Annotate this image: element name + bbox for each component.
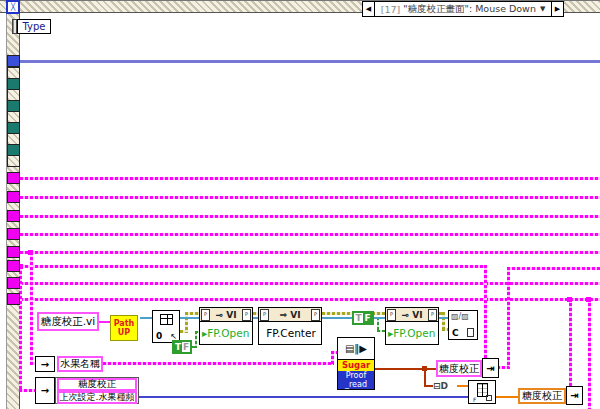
page-icon	[467, 328, 474, 337]
wire-cluster-h1[interactable]	[20, 177, 600, 180]
sugar-calibration-string-indicator[interactable]: 糖度校正	[436, 360, 482, 377]
conversion-icon-top: ▨/▨	[451, 312, 469, 321]
case-title: "糖度校正畫面": Mouse Down	[403, 3, 536, 16]
index-input-square	[486, 395, 492, 401]
property-node-fp-open-2[interactable]: P ⊸ VI P ▸FP.Open	[385, 307, 439, 345]
subvi-label-sugar: Sugar	[338, 360, 374, 371]
boolean-true-constant[interactable]: T F	[172, 340, 192, 354]
property-item-fp-open[interactable]: ▸FP.Open	[386, 322, 438, 344]
wire-int-out[interactable]	[138, 396, 468, 398]
sugar-proof-read-subvi[interactable]: ▤‖▶ Sugar Proof _read	[337, 337, 375, 390]
path-conversion-node[interactable]: ▨/▨ C	[448, 310, 478, 340]
tunnel-string[interactable]	[7, 277, 20, 289]
wire-junction	[28, 250, 33, 255]
tunnel-string[interactable]	[7, 210, 20, 222]
cluster-item-last-fruit-type[interactable]: 上次設定.水果種頻	[57, 391, 137, 404]
sugar-calibration-numeric-indicator[interactable]: 糖度校正	[518, 388, 566, 404]
wire-cluster-h6[interactable]	[20, 265, 485, 268]
array-constant[interactable]: ⊟D	[433, 380, 457, 392]
array-function-node[interactable]: F	[468, 380, 496, 404]
true-cell: T	[174, 342, 182, 352]
wire-cluster-h5[interactable]	[20, 251, 600, 254]
open-vi-reference-node[interactable]: 0 ↖	[152, 310, 180, 343]
conversion-c-label: C	[452, 328, 459, 338]
wire-cluster-h3[interactable]	[20, 215, 600, 218]
method-item-fp-center[interactable]: FP.Center	[259, 322, 321, 344]
wire-event-blue[interactable]	[20, 60, 600, 63]
cluster-terminal[interactable]: 糖度校正 上次設定.水果種頻	[55, 377, 139, 404]
cluster-item-sugar-calibration[interactable]: 糖度校正	[57, 378, 137, 391]
tunnel-string[interactable]	[7, 260, 20, 272]
sugar-calibration-numeric-indicator-arrow[interactable]: ⇥	[566, 386, 583, 405]
path-up-label-2: UP	[118, 328, 130, 337]
tunnel-string[interactable]	[7, 293, 20, 305]
fruit-name-terminal-arrow[interactable]: →	[35, 356, 55, 372]
wire-bool-false-3[interactable]	[377, 330, 385, 332]
tunnel-string[interactable]	[7, 246, 20, 258]
wire-cluster-h7[interactable]	[507, 267, 600, 270]
wire-cluster-h9[interactable]	[20, 298, 600, 301]
boolean-false-constant[interactable]: T F	[352, 311, 374, 325]
fruit-name-terminal[interactable]: 水果名稱	[57, 356, 103, 372]
case-label[interactable]: [17] "糖度校正畫面": Mouse Down ▼	[374, 2, 552, 16]
path-up-node[interactable]: Path UP	[110, 315, 138, 341]
refnum-out-icon: P	[311, 309, 320, 321]
case-number: [17]	[381, 4, 401, 15]
property-node-fp-open-1[interactable]: P ⊸ VI P ▸FP.Open	[199, 307, 253, 345]
tunnel-string[interactable]	[7, 191, 20, 203]
wire-cluster-v-left1[interactable]	[30, 252, 33, 364]
front-panel-grid-icon	[160, 314, 173, 325]
wire-junction	[586, 297, 591, 302]
tunnel-string[interactable]	[7, 228, 20, 240]
wire-array-node-out[interactable]	[496, 396, 518, 398]
event-data-node-type[interactable]: Type	[17, 19, 51, 34]
wire-array-const-out[interactable]	[457, 385, 468, 387]
false-cell: F	[363, 313, 372, 323]
subvi-label-read: _read	[345, 380, 367, 389]
invoke-node-fp-center[interactable]: P ⇒ VI P FP.Center	[258, 307, 322, 345]
property-node-symbol: ⊸ VI	[216, 310, 237, 320]
wire-cluster-v-right4[interactable]	[588, 298, 591, 409]
wire-refnum-2[interactable]	[185, 312, 188, 333]
ref-index-label: 0	[156, 331, 162, 341]
array-node-mode-glyph: F	[473, 396, 476, 403]
cluster-terminal-arrow[interactable]: →	[35, 377, 55, 404]
wire-into-cluster-terminal[interactable]	[19, 389, 36, 392]
next-case-button[interactable]: ▶	[552, 2, 563, 16]
sugar-calibration-string-indicator-arrow[interactable]: ⇥	[482, 358, 499, 378]
path-up-label-1: Path	[114, 319, 135, 328]
wire-cluster-h2[interactable]	[20, 196, 600, 199]
labview-block-diagram: ╳ ◀ [17] "糖度校正畫面": Mouse Down ▼ ▶ Type	[0, 0, 600, 409]
wire-junction	[422, 366, 427, 371]
case-dropdown-icon[interactable]: ▼	[540, 5, 545, 13]
vi-name-constant[interactable]: 糖度校正.vi	[37, 312, 99, 331]
wire-cluster-h4[interactable]	[20, 233, 600, 236]
refnum-in-icon: P	[387, 309, 396, 321]
wire-junction	[567, 297, 572, 302]
true-cell: T	[354, 313, 363, 323]
wire-cluster-v-right2[interactable]	[507, 267, 510, 369]
property-node-symbol: ⊸ VI	[402, 310, 423, 320]
refnum-out-icon: P	[242, 309, 251, 321]
event-case-selector: ◀ [17] "糖度校正畫面": Mouse Down ▼ ▶	[362, 1, 564, 17]
wire-refnum-3[interactable]	[185, 312, 199, 315]
wire-bool-true-2[interactable]	[195, 331, 197, 348]
subvi-label-proof: Proof	[346, 371, 366, 380]
property-item-fp-open[interactable]: ▸FP.Open	[200, 322, 252, 344]
previous-case-button[interactable]: ◀	[363, 2, 374, 16]
tunnel-unwired[interactable]	[7, 155, 20, 167]
wire-cluster-v-right1[interactable]	[484, 265, 487, 361]
tunnel-event[interactable]	[7, 55, 20, 67]
wire-fruitname-out[interactable]	[103, 362, 334, 365]
structure-corner-icon[interactable]: ╳	[6, 0, 20, 14]
tunnel-string[interactable]	[7, 172, 20, 184]
refnum-in-icon: P	[260, 309, 269, 321]
wire-cluster-h8[interactable]	[20, 282, 600, 285]
false-cell: F	[182, 342, 190, 352]
wire-subvi-branch-h[interactable]	[424, 385, 433, 387]
wire-cluster-v-right3[interactable]	[569, 298, 572, 389]
refnum-in-icon: P	[201, 309, 210, 321]
wire-vi-constant-out[interactable]	[99, 321, 110, 323]
subvi-icon-top: ▤‖▶	[338, 338, 374, 360]
invoke-node-symbol: ⇒ VI	[280, 310, 301, 320]
